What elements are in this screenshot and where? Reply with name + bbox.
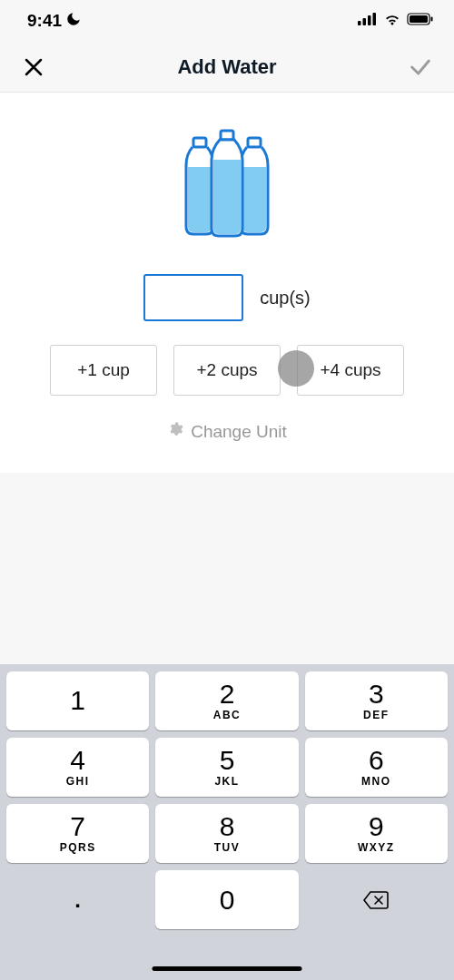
- confirm-button[interactable]: [407, 54, 434, 81]
- home-indicator[interactable]: [153, 966, 302, 971]
- change-unit-button[interactable]: Change Unit: [0, 421, 454, 442]
- key-dot[interactable]: .: [6, 870, 149, 929]
- close-button[interactable]: [20, 54, 47, 81]
- svg-rect-1: [363, 18, 367, 25]
- wifi-icon: [383, 13, 401, 29]
- quick-add-row: +1 cup +2 cups +4 cups: [0, 345, 454, 396]
- svg-rect-6: [431, 17, 433, 22]
- status-bar: 9:41: [0, 0, 454, 42]
- key-9[interactable]: 9WXYZ: [305, 804, 448, 863]
- water-bottles-illustration: [0, 129, 454, 238]
- touch-indicator: [278, 350, 314, 387]
- key-7[interactable]: 7PQRS: [6, 804, 149, 863]
- close-icon: [23, 56, 44, 78]
- svg-rect-3: [373, 13, 377, 25]
- backspace-icon: [362, 890, 390, 910]
- key-0[interactable]: 0: [155, 870, 298, 929]
- signal-icon: [358, 13, 378, 29]
- chip-plus-1-cup[interactable]: +1 cup: [50, 345, 157, 396]
- key-backspace[interactable]: [305, 870, 448, 929]
- key-4[interactable]: 4GHI: [6, 738, 149, 797]
- key-2[interactable]: 2ABC: [155, 671, 298, 730]
- water-amount-input[interactable]: [143, 274, 243, 321]
- svg-rect-5: [410, 15, 428, 23]
- chip-plus-2-cups[interactable]: +2 cups: [173, 345, 281, 396]
- unit-label: cup(s): [260, 288, 311, 309]
- svg-rect-7: [193, 138, 206, 147]
- key-5[interactable]: 5JKL: [155, 738, 298, 797]
- svg-rect-2: [368, 15, 371, 25]
- status-time: 9:41: [27, 11, 62, 31]
- key-6[interactable]: 6MNO: [305, 738, 448, 797]
- gear-icon: [167, 421, 183, 442]
- battery-icon: [407, 13, 434, 29]
- check-icon: [408, 54, 433, 80]
- key-1[interactable]: 1: [6, 671, 149, 730]
- key-3[interactable]: 3DEF: [305, 671, 448, 730]
- svg-rect-0: [358, 21, 361, 25]
- key-8[interactable]: 8TUV: [155, 804, 298, 863]
- svg-rect-8: [248, 138, 261, 147]
- moon-icon: [65, 11, 82, 32]
- change-unit-label: Change Unit: [191, 422, 287, 442]
- numeric-keypad: 1 2ABC 3DEF 4GHI 5JKL 6MNO 7PQRS 8TUV 9W…: [0, 664, 454, 980]
- content: cup(s) +1 cup +2 cups +4 cups Change Uni…: [0, 93, 454, 473]
- header: Add Water: [0, 42, 454, 93]
- page-title: Add Water: [177, 55, 276, 79]
